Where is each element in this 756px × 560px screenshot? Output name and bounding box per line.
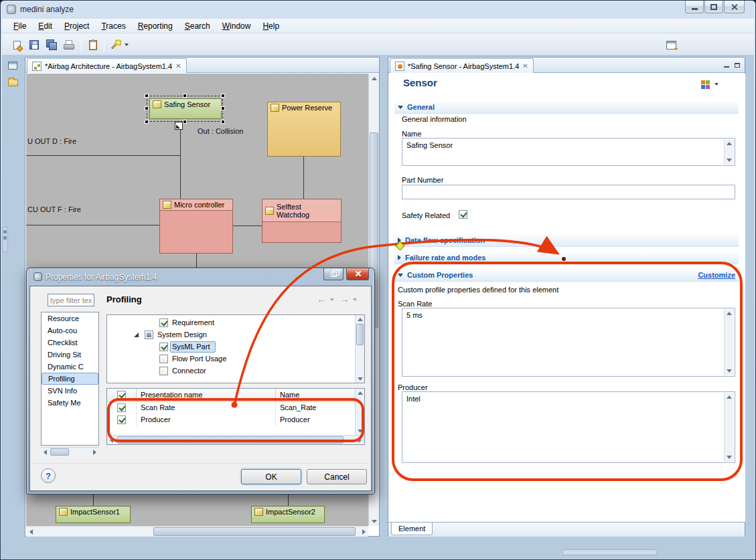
help-button[interactable]: ? [41,468,56,483]
section-custom-properties[interactable]: Custom Properties Customize [394,268,739,282]
name-field[interactable]: Safing Sensor [402,138,735,166]
menu-window[interactable]: Window [216,19,257,33]
tree-row-sysml-part[interactable]: SysML Part [107,341,355,353]
selection-handle[interactable] [221,120,225,124]
connector-line[interactable] [26,155,180,156]
scroll-down-arrow[interactable] [372,520,377,523]
scroll-up-arrow[interactable] [358,391,363,395]
field-scrollbar[interactable] [724,393,734,462]
maximize-button[interactable] [704,1,723,13]
restore-view-button[interactable] [5,58,21,73]
customize-link[interactable]: Customize [698,271,735,279]
connector-line[interactable] [196,254,197,269]
new-wizard-button[interactable] [9,37,25,53]
scroll-right-arrow[interactable] [358,438,362,443]
connector-line[interactable] [26,225,160,225]
nav-item-resource[interactable]: Resource [42,312,98,324]
minimized-view-bar[interactable] [2,227,8,252]
save-button[interactable] [26,37,42,53]
project-explorer-button[interactable] [5,74,21,89]
scroll-up-arrow[interactable] [727,395,732,399]
filter-input[interactable] [48,294,94,306]
output-port-icon[interactable] [175,122,183,130]
expanded-arrow-icon[interactable] [134,333,139,337]
selection-handle[interactable] [221,94,225,98]
dialog-maximize-button[interactable] [323,268,344,280]
menu-reporting[interactable]: Reporting [132,19,179,33]
tab-close-icon[interactable]: ✕ [522,63,528,70]
row-checkbox-cell[interactable] [107,402,137,414]
ok-button[interactable]: OK [241,469,301,484]
scroll-up-arrow[interactable] [727,142,732,145]
quickfix-dropdown[interactable] [123,37,131,53]
maximize-editor-button[interactable] [732,60,742,70]
section-failure-rate[interactable]: Failure rate and modes [394,251,739,264]
paste-button[interactable] [85,37,101,53]
checkbox-checked[interactable] [117,403,126,412]
tab-airbag-architecture[interactable]: *Airbag Architecture - AirbagSystem1.4 ✕ [27,58,187,73]
table-horizontal-scrollbar[interactable] [107,435,364,444]
scroll-down-arrow[interactable] [727,159,732,162]
forward-dropdown-icon[interactable] [353,298,357,301]
scrollbar-thumb[interactable] [50,448,69,456]
connector-line[interactable] [93,494,94,506]
minimize-editor-button[interactable] [721,60,731,70]
scroll-down-arrow[interactable] [358,377,363,381]
producer-field[interactable]: Intel [402,391,735,463]
scroll-left-arrow[interactable] [29,529,33,535]
scan-rate-field[interactable]: 5 ms [402,308,735,377]
menu-traces[interactable]: Traces [95,19,131,33]
scroll-left-arrow[interactable] [44,450,47,455]
connector-line[interactable] [303,157,304,199]
nav-item-driving-situations[interactable]: Driving Sit [42,349,98,361]
checkbox-checked[interactable] [117,415,126,424]
node-power-reserve[interactable]: Power Reserve [267,102,341,157]
menu-file[interactable]: File [7,19,32,33]
selection-handle[interactable] [183,94,187,98]
scroll-up-arrow[interactable] [727,312,732,315]
print-button[interactable] [61,37,77,53]
scroll-up-arrow[interactable] [372,77,377,80]
forward-arrow-icon[interactable]: → [339,293,350,304]
node-safing-sensor[interactable]: Safing Sensor [149,98,222,119]
back-arrow-icon[interactable]: ← [317,293,327,304]
nav-item-safety-metrics[interactable]: Safety Me [42,397,98,409]
selection-handle[interactable] [145,94,149,98]
header-checkbox-cell[interactable] [107,389,137,401]
menu-search[interactable]: Search [179,19,216,33]
open-perspective-button[interactable] [663,37,679,53]
tree-row-connector[interactable]: Connector [107,365,355,377]
menu-project[interactable]: Project [58,19,95,33]
scroll-right-arrow[interactable] [362,529,366,535]
scroll-down-arrow[interactable] [727,456,732,459]
scrollbar-thumb[interactable] [356,324,364,345]
checkbox-unchecked[interactable] [159,355,168,363]
field-scrollbar[interactable] [724,139,734,165]
connector-line[interactable] [180,130,181,199]
menu-help[interactable]: Help [256,19,285,33]
checkbox-checked[interactable] [117,391,126,399]
checkbox-mixed[interactable] [145,331,153,339]
scroll-right-arrow[interactable] [93,450,96,455]
table-row-scan-rate[interactable]: Scan Rate Scan_Rate [107,402,355,414]
field-scrollbar[interactable] [724,309,734,375]
scroll-left-arrow[interactable] [110,438,113,443]
dialog-close-button[interactable] [346,268,369,280]
node-impact-sensor2[interactable]: ImpactSensor2 [251,506,325,523]
checkbox-checked[interactable] [159,318,168,327]
row-checkbox-cell[interactable] [107,414,137,426]
nav-item-checklist[interactable]: Checklist [42,337,98,349]
safety-related-checkbox[interactable] [459,210,467,219]
nav-item-svn-info[interactable]: SVN Info [42,385,98,397]
node-selftest-watchdog[interactable]: Selftest Watchdog [262,199,342,243]
tab-close-icon[interactable]: ✕ [175,63,181,70]
scroll-down-arrow[interactable] [727,369,732,373]
preference-nav-list[interactable]: Resource Auto-cou Checklist Driving Sit … [41,312,99,446]
minimize-button[interactable] [685,1,704,13]
checkbox-checked[interactable] [159,343,168,351]
form-menu-button[interactable] [701,80,719,89]
header-name[interactable]: Name [276,389,355,401]
node-impact-sensor1[interactable]: ImpactSensor1 [56,506,131,523]
header-presentation-name[interactable]: Presentation name [137,389,276,401]
menu-edit[interactable]: Edit [32,19,58,33]
